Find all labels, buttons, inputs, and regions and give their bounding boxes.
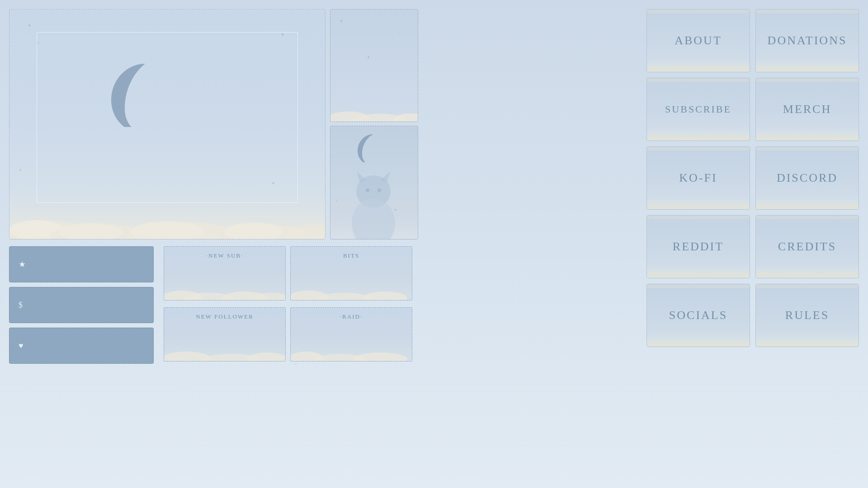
socials-label: SOCIALS: [669, 309, 727, 322]
new-follower-label: NEW FOLLOWER: [196, 313, 253, 320]
svg-point-27: [247, 352, 285, 361]
new-sub-panel: ·NEW SUB·: [164, 246, 286, 300]
discord-button[interactable]: DISCORD: [755, 146, 859, 210]
svg-point-8: [285, 224, 326, 239]
new-follower-panel: NEW FOLLOWER: [164, 307, 286, 361]
reddit-button[interactable]: REDDIT: [646, 215, 750, 278]
kofi-label: KO-FI: [679, 171, 717, 185]
credits-button[interactable]: CREDITS: [755, 215, 859, 278]
sidebar-donation-panel: $: [9, 287, 154, 323]
alerts-row1: ·NEW SUB· BITS: [164, 246, 412, 300]
discord-label: DISCORD: [777, 171, 838, 185]
dollar-icon: $: [19, 300, 23, 310]
star-icon: ★: [19, 259, 26, 269]
bottom-right-panel: ✦ ✧: [330, 126, 418, 239]
subscribe-button[interactable]: SUBSCRIBE: [646, 78, 750, 141]
about-label: ABOUT: [675, 34, 722, 47]
heart-icon: ♥: [19, 341, 24, 351]
raid-panel: ·RAID·: [290, 307, 412, 361]
cat-silhouette: [344, 158, 403, 230]
donations-button[interactable]: DONATIONS: [755, 9, 859, 72]
sidebar: ★ $ ♥: [9, 246, 154, 364]
button-grid: ABOUT DONATIONS SUBSCRIBE MERCH KO-FI DI…: [646, 9, 859, 347]
about-button[interactable]: ABOUT: [646, 9, 750, 72]
donations-label: DONATIONS: [768, 34, 847, 47]
raid-label: ·RAID·: [340, 313, 363, 320]
socials-button[interactable]: SOCIALS: [646, 284, 750, 347]
svg-point-16: [366, 188, 369, 192]
bits-panel: BITS: [290, 246, 412, 300]
svg-point-30: [354, 352, 407, 361]
sidebar-sub-panel: ★: [9, 246, 154, 282]
moon-large-icon: [100, 55, 172, 127]
sidebar-cheer-panel: ♥: [9, 328, 154, 364]
credits-label: CREDITS: [778, 240, 836, 253]
alerts-row2: NEW FOLLOWER ·RAID·: [164, 307, 412, 361]
svg-point-17: [377, 188, 381, 192]
svg-point-24: [363, 291, 407, 300]
subscribe-label: SUBSCRIBE: [665, 103, 731, 115]
svg-point-15: [352, 198, 395, 239]
bits-label: BITS: [343, 252, 359, 259]
kofi-button[interactable]: KO-FI: [646, 146, 750, 210]
reddit-label: REDDIT: [673, 240, 724, 253]
rules-button[interactable]: RULES: [755, 284, 859, 347]
merch-label: MERCH: [783, 103, 831, 116]
main-webcam-panel: ✦ ✧ ✦ ✧ ✦: [9, 9, 326, 239]
top-right-panel: ✦ ✧ ✦: [330, 9, 418, 122]
new-sub-label: ·NEW SUB·: [206, 252, 243, 259]
clouds-main: [9, 194, 325, 239]
rules-label: RULES: [785, 309, 829, 322]
svg-point-11: [393, 113, 418, 122]
merch-button[interactable]: MERCH: [755, 78, 859, 141]
